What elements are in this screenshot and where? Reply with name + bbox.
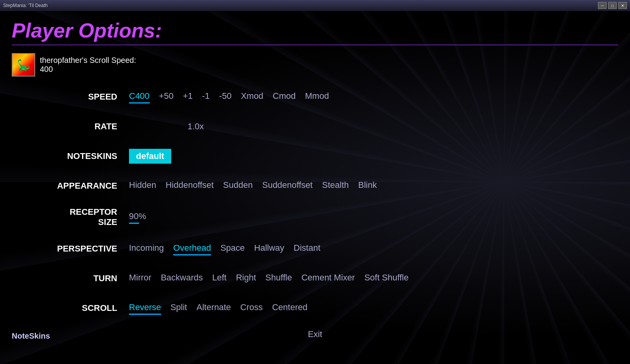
scroll-row: SCROLL Reverse Split Alternate Cross Cen… xyxy=(51,300,618,317)
window-title: StepMania: 'Til Death xyxy=(3,3,598,8)
turn-shuffle[interactable]: Shuffle xyxy=(265,273,292,284)
turn-backwards[interactable]: Backwards xyxy=(161,273,203,284)
perspective-incoming[interactable]: Incoming xyxy=(129,243,164,255)
perspective-values: Incoming Overhead Space Hallway Distant xyxy=(129,243,320,255)
scroll-centered[interactable]: Centered xyxy=(272,302,308,314)
appearance-hidden[interactable]: Hidden xyxy=(129,180,156,192)
options-container: SPEED C400 +50 +1 -1 -50 Xmod Cmod Mmod … xyxy=(51,88,618,317)
exit-row: Exit xyxy=(12,329,618,339)
scroll-values: Reverse Split Alternate Cross Centered xyxy=(129,302,308,314)
noteskins-values: default xyxy=(129,149,171,164)
exit-button[interactable]: Exit xyxy=(308,329,322,339)
noteskins-bottom-label: NoteSkins xyxy=(12,332,50,341)
window-controls: ─ □ ✕ xyxy=(598,2,627,9)
scroll-cross[interactable]: Cross xyxy=(240,302,263,314)
player-info: 🦕 theropfather's Scroll Speed: 400 xyxy=(12,53,618,77)
perspective-label: PERSPECTIVE xyxy=(51,244,129,254)
speed-label: SPEED xyxy=(51,92,129,102)
perspective-space[interactable]: Space xyxy=(220,243,245,255)
turn-right[interactable]: Right xyxy=(236,273,256,284)
appearance-suddenoffset[interactable]: Suddenoffset xyxy=(262,180,313,192)
avatar-image: 🦕 xyxy=(17,59,30,71)
turn-cement-mixer[interactable]: Cement Mixer xyxy=(301,273,355,284)
speed-minus1[interactable]: -1 xyxy=(202,91,210,103)
appearance-blink[interactable]: Blink xyxy=(358,180,377,192)
receptor-size-values: 90% xyxy=(129,211,146,223)
rate-row: RATE 1.0x xyxy=(51,118,618,135)
speed-mmod[interactable]: Mmod xyxy=(305,91,329,103)
rate-values: 1.0x xyxy=(129,121,204,132)
perspective-row: PERSPECTIVE Incoming Overhead Space Hall… xyxy=(51,240,618,257)
perspective-hallway[interactable]: Hallway xyxy=(254,243,284,255)
page-title: Player Options: xyxy=(12,19,618,42)
noteskins-row: NOTESKINS default xyxy=(51,148,618,165)
noteskin-default[interactable]: default xyxy=(129,149,171,164)
perspective-distant[interactable]: Distant xyxy=(294,243,320,255)
rate-label: RATE xyxy=(51,121,129,132)
appearance-label: APPEARANCE xyxy=(51,181,129,191)
speed-cmod[interactable]: Cmod xyxy=(273,91,296,103)
main-content: Player Options: 🦕 theropfather's Scroll … xyxy=(0,11,630,364)
scroll-speed-value: 400 xyxy=(40,65,136,74)
turn-row: TURN Mirror Backwards Left Right Shuffle… xyxy=(51,270,618,287)
turn-mirror[interactable]: Mirror xyxy=(129,273,151,284)
appearance-row: APPEARANCE Hidden Hiddenoffset Sudden Su… xyxy=(51,177,618,194)
appearance-stealth[interactable]: Stealth xyxy=(322,180,349,192)
speed-c400[interactable]: C400 xyxy=(129,91,150,103)
rate-value: 1.0x xyxy=(188,121,204,132)
receptor-size-row: RECEPTORSIZE 90% xyxy=(51,207,618,228)
close-button[interactable]: ✕ xyxy=(618,2,627,9)
appearance-values: Hidden Hiddenoffset Sudden Suddenoffset … xyxy=(129,180,377,192)
appearance-hiddenoffset[interactable]: Hiddenoffset xyxy=(166,180,214,192)
receptor-size-value[interactable]: 90% xyxy=(129,211,146,223)
speed-plus50[interactable]: +50 xyxy=(159,91,174,103)
speed-values: C400 +50 +1 -1 -50 Xmod Cmod Mmod xyxy=(129,91,329,103)
receptor-size-label: RECEPTORSIZE xyxy=(51,207,129,228)
appearance-sudden[interactable]: Sudden xyxy=(223,180,253,192)
perspective-overhead[interactable]: Overhead xyxy=(173,243,211,255)
speed-minus50[interactable]: -50 xyxy=(219,91,232,103)
speed-xmod[interactable]: Xmod xyxy=(241,91,263,103)
noteskins-label: NOTESKINS xyxy=(51,151,129,161)
receptor-label-text: RECEPTORSIZE xyxy=(70,207,117,227)
maximize-button[interactable]: □ xyxy=(608,2,617,9)
speed-plus1[interactable]: +1 xyxy=(183,91,193,103)
turn-values: Mirror Backwards Left Right Shuffle Ceme… xyxy=(129,273,408,284)
title-bar: StepMania: 'Til Death ─ □ ✕ xyxy=(0,0,630,11)
scroll-reverse[interactable]: Reverse xyxy=(129,302,161,314)
turn-label: TURN xyxy=(51,273,129,284)
scroll-split[interactable]: Split xyxy=(170,302,187,314)
player-details: theropfather's Scroll Speed: 400 xyxy=(40,56,136,74)
speed-row: SPEED C400 +50 +1 -1 -50 Xmod Cmod Mmod xyxy=(51,88,618,105)
turn-left[interactable]: Left xyxy=(212,273,227,284)
scroll-alternate[interactable]: Alternate xyxy=(197,302,231,314)
title-divider xyxy=(12,45,618,45)
minimize-button[interactable]: ─ xyxy=(598,2,607,9)
avatar: 🦕 xyxy=(12,53,35,77)
scroll-label: SCROLL xyxy=(51,303,129,313)
player-name: theropfather's Scroll Speed: xyxy=(40,56,136,65)
turn-soft-shuffle[interactable]: Soft Shuffle xyxy=(364,273,408,284)
